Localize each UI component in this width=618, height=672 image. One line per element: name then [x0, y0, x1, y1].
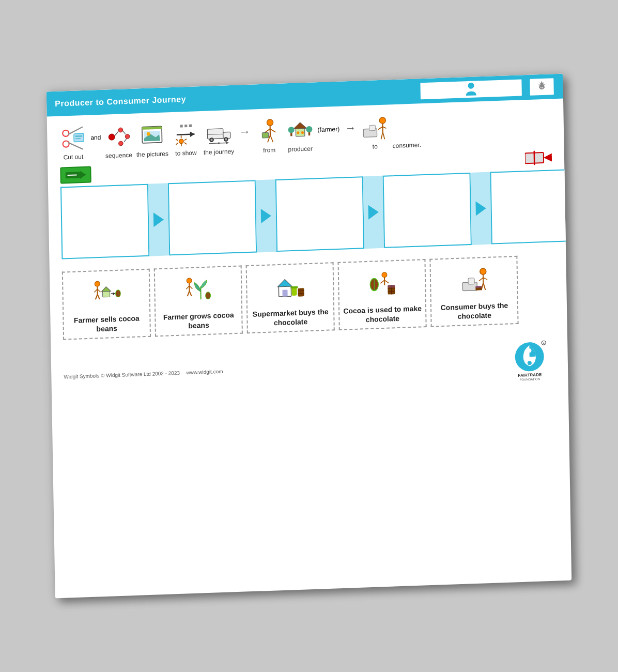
instr-toshow: to show: [172, 120, 199, 157]
svg-point-10: [118, 128, 123, 132]
svg-line-5: [68, 142, 83, 150]
svg-point-114: [480, 268, 486, 274]
seq-box-5: [490, 169, 571, 245]
svg-point-83: [187, 278, 192, 283]
svg-rect-6: [74, 133, 84, 142]
svg-line-116: [479, 278, 483, 281]
svg-line-61: [378, 127, 383, 130]
scissors-icon: [59, 125, 87, 152]
instr-journey: the journey: [203, 119, 235, 156]
consumer-label: consumer.: [393, 141, 422, 149]
svg-point-103: [381, 272, 387, 277]
card1-label: Farmer sells cocoa beans: [67, 313, 147, 335]
svg-line-76: [97, 294, 99, 299]
to-label: to: [373, 143, 378, 150]
copyright-text: Widgit Symbols © Widgit Software Ltd 200…: [64, 370, 180, 380]
svg-rect-113: [468, 278, 474, 284]
svg-marker-66: [80, 171, 86, 179]
instr-from: from: [255, 118, 283, 155]
card5-icons: [434, 261, 514, 300]
gear-icon: [534, 79, 549, 94]
fairtrade-logo: FAIRTRADE FOUNDATION R: [503, 333, 556, 387]
cutout-label: Cut out: [63, 153, 83, 161]
pictures-label: the pictures: [136, 150, 168, 158]
next-icon: [60, 166, 91, 184]
website-text: www.widgit.com: [186, 369, 223, 375]
instr-pictures: the pictures: [136, 121, 168, 158]
svg-rect-48: [262, 132, 268, 138]
svg-rect-95: [291, 287, 297, 295]
svg-marker-70: [544, 153, 552, 162]
farmer-icon: [286, 116, 314, 144]
toshow-icon: [172, 120, 199, 148]
svg-rect-8: [75, 138, 81, 139]
seq-arrow-tri-3: [368, 205, 379, 220]
toshow-label: to show: [175, 149, 197, 157]
seq-box-1: [60, 184, 149, 259]
svg-line-29: [184, 139, 187, 141]
card4-label: Cocoa is used to make chocolate: [343, 303, 423, 325]
person-icon: [462, 81, 480, 98]
svg-rect-96: [290, 286, 298, 288]
svg-point-42: [267, 119, 273, 126]
svg-marker-80: [113, 292, 115, 295]
footer-text-area: Widgit Symbols © Widgit Software Ltd 200…: [64, 366, 223, 381]
header-right: [419, 77, 554, 100]
seq-end-icon: [525, 150, 552, 167]
svg-point-2: [63, 130, 69, 137]
seq-arrow-1: [148, 183, 169, 256]
and-label: and: [90, 134, 101, 142]
seq-arrow-3: [363, 176, 384, 249]
seq-boxes-row: [60, 170, 553, 259]
svg-rect-7: [75, 135, 83, 137]
sequence-icon: [105, 123, 132, 151]
card-farmer-sells: Farmer sells cocoa beans: [62, 269, 151, 340]
svg-line-45: [270, 129, 275, 132]
svg-line-75: [95, 294, 97, 299]
svg-marker-93: [277, 279, 292, 287]
svg-text:FAIRTRADE: FAIRTRADE: [518, 373, 542, 378]
svg-point-0: [468, 83, 474, 89]
sequence-area: [48, 146, 566, 266]
instr-to: to: [361, 114, 389, 150]
svg-rect-21: [184, 125, 187, 127]
instr-producer: producer: [286, 116, 314, 153]
svg-point-11: [125, 134, 130, 139]
svg-line-117: [483, 277, 487, 279]
svg-line-13: [115, 131, 118, 135]
svg-point-12: [118, 141, 123, 146]
svg-line-31: [184, 143, 187, 145]
svg-line-47: [270, 135, 272, 142]
svg-point-59: [379, 117, 385, 124]
instr-cutout: Cut out: [59, 125, 87, 161]
card3-label: Supermarket buys the chocolate: [251, 307, 331, 329]
producer-label: producer: [288, 145, 313, 154]
seq-arrow-tri-2: [261, 208, 271, 223]
svg-line-64: [383, 132, 385, 139]
card-cocoa-chocolate: Cocoa is used to make chocolate: [338, 259, 427, 330]
svg-line-119: [483, 283, 485, 290]
svg-rect-32: [207, 129, 223, 139]
seq-arrow-2: [256, 179, 276, 252]
consumer-icon: [361, 114, 389, 142]
seq-box-2: [168, 180, 257, 255]
seq-row-container: [60, 170, 553, 259]
card1-icons: [66, 274, 146, 313]
card4-icons: [342, 264, 422, 303]
sequence-label: sequence: [105, 151, 132, 160]
svg-marker-40: [226, 142, 228, 144]
card-supermarket: Supermarket buys the chocolate: [246, 262, 335, 333]
farmer-parens: (farmer): [317, 126, 339, 133]
person-icon-box: [419, 78, 523, 100]
svg-line-105: [380, 280, 384, 283]
svg-point-9: [109, 134, 115, 141]
seq-arrow-tri-4: [475, 201, 486, 216]
svg-line-87: [187, 291, 189, 296]
page-wrapper: Producer to Consumer Journey: [47, 74, 571, 599]
arrow-from: →: [239, 125, 250, 139]
seq-arrow-4: [470, 172, 491, 245]
seq-box-4: [383, 173, 472, 248]
svg-line-106: [384, 280, 389, 283]
card2-label: Farmer grows cocoa beans: [159, 310, 239, 332]
svg-rect-58: [369, 125, 376, 131]
